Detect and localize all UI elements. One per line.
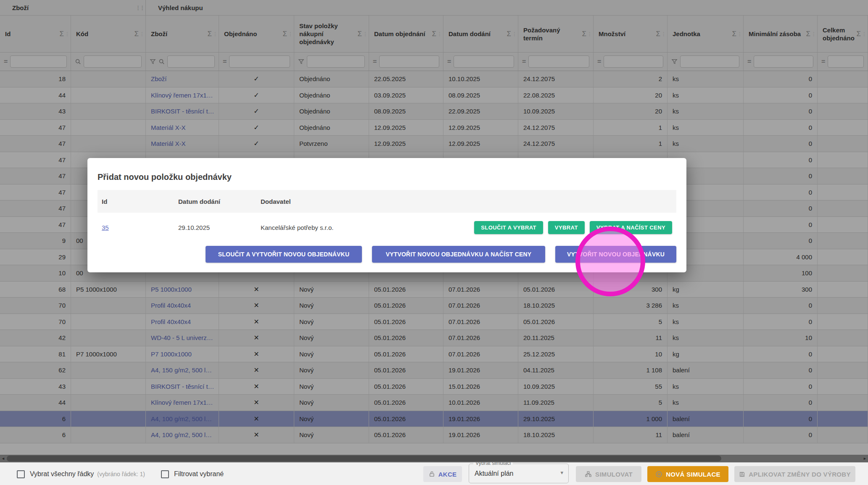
equals-filter-icon[interactable]: = xyxy=(821,58,825,66)
drag-handle-icon[interactable]: ⋮ xyxy=(65,31,70,37)
filter-objednano-input[interactable] xyxy=(229,55,290,68)
drag-handle-icon[interactable]: ⋮ xyxy=(862,31,867,37)
item-link[interactable]: A4, 100 g/m2, 500 l… xyxy=(151,415,212,422)
scroll-left-icon[interactable]: ◄ xyxy=(1,456,5,461)
dialog-order-row[interactable]: 35 29.10.2025 Kancelářské potřeby s.r.o.… xyxy=(98,213,676,242)
filter-stav-input[interactable] xyxy=(307,55,365,68)
aplikovat-zmeny-button[interactable]: APLIKOVAT ZMĚNY DO VÝROBY xyxy=(734,466,855,482)
table-row[interactable]: 43BIRKOSIT - těsnící t…✓Objednáno08.09.2… xyxy=(0,103,868,120)
sloucit-a-vybrat-button[interactable]: SLOUČIT A VYBRAT xyxy=(474,221,543,234)
table-row[interactable]: 6A4, 100 g/m2, 500 l…✕Nový05.01.202619.0… xyxy=(0,411,868,427)
item-link[interactable]: P7 1000x1000 xyxy=(151,351,192,358)
filter-selected-checkbox[interactable] xyxy=(161,470,169,478)
table-row[interactable]: 42WD-40 - 5 L univerz…✕Nový05.01.202607.… xyxy=(0,330,868,346)
item-link[interactable]: Zboží xyxy=(151,75,167,82)
drag-handle-icon[interactable]: ⋮ xyxy=(288,31,293,37)
filter-celkem-input[interactable] xyxy=(828,55,864,68)
item-link[interactable]: Materiál X-X xyxy=(151,140,186,147)
filter-id-input[interactable] xyxy=(10,55,67,68)
funnel-icon[interactable] xyxy=(150,58,156,65)
item-link[interactable]: A4, 150 g/m2, 500 l… xyxy=(151,366,212,374)
drag-handle-icon[interactable]: ⋮ xyxy=(512,31,517,37)
column-header-datum_dodani[interactable]: Datum dodáníΣ⋮ xyxy=(443,16,518,52)
drag-handle-icon[interactable]: ⋮⋮ xyxy=(135,5,144,11)
table-row[interactable]: 44Klínový řemen 17x1…✕Nový05.01.202610.0… xyxy=(0,395,868,411)
table-row[interactable]: 62A4, 150 g/m2, 500 l…✕Nový05.01.202619.… xyxy=(0,362,868,379)
column-header-id[interactable]: IdΣ⋮ xyxy=(0,16,71,52)
drag-handle-icon[interactable]: ⋮ xyxy=(587,31,592,37)
simulovat-button[interactable]: SIMULOVAT xyxy=(576,466,641,482)
column-header-min_zasoba[interactable]: Minimální zásobaΣ⋮ xyxy=(744,16,818,52)
equals-filter-icon[interactable]: = xyxy=(4,58,8,66)
item-link[interactable]: Klínový řemen 17x1… xyxy=(151,92,213,99)
table-row[interactable]: 44Klínový řemen 17x1…✓Objednáno03.09.202… xyxy=(0,87,868,104)
table-row[interactable]: 47Materiál X-X✓Objednáno12.09.202512.09.… xyxy=(0,120,868,136)
column-header-jednotka[interactable]: JednotkaΣ⋮ xyxy=(667,16,744,52)
vybrat-button[interactable]: VYBRAT xyxy=(548,221,585,234)
select-all-rows-checkbox[interactable] xyxy=(17,470,25,478)
drag-handle-icon[interactable]: ⋮ xyxy=(661,31,666,37)
funnel-icon[interactable] xyxy=(298,58,304,65)
chevron-down-icon[interactable]: ▾ xyxy=(560,469,563,476)
search-icon[interactable] xyxy=(75,58,81,65)
akce-button[interactable]: AKCE xyxy=(423,466,462,482)
item-link[interactable]: WD-40 - 5 L univerz… xyxy=(151,334,213,341)
table-row[interactable]: 47Materiál X-X✓Potvrzeno12.09.202512.09.… xyxy=(0,136,868,152)
filter-min_zasoba-input[interactable] xyxy=(754,55,813,68)
vytvorit-novou-objednavku-a-nacist-ceny-button[interactable]: VYTVOŘIT NOVOU OBJEDNÁVKU A NAČÍST CENY xyxy=(372,246,545,263)
column-header-celkem[interactable]: Celkem objednánoΣ⋮ xyxy=(818,16,868,52)
column-group-vyhled-nakupu[interactable]: Výhled nákupu xyxy=(146,0,868,15)
drag-handle-icon[interactable]: ⋮ xyxy=(737,31,742,37)
item-link[interactable]: Profil 40x40x4 xyxy=(151,302,191,309)
item-link[interactable]: A4, 100 g/m2, 500 l… xyxy=(151,431,212,438)
equals-filter-icon[interactable]: = xyxy=(597,58,601,66)
table-row[interactable]: 18Zboží✓Objednáno22.05.202510.10.202524.… xyxy=(0,71,868,87)
equals-filter-icon[interactable]: = xyxy=(522,58,526,66)
scrollbar-thumb[interactable] xyxy=(7,456,721,461)
column-header-mnozstvi[interactable]: MnožstvíΣ⋮ xyxy=(594,16,667,52)
drag-handle-icon[interactable]: ⋮ xyxy=(437,31,442,37)
column-group-zbozi[interactable]: Zboží⋮⋮ xyxy=(0,0,146,15)
equals-filter-icon[interactable]: = xyxy=(747,58,751,66)
nova-simulace-button[interactable]: NOVÁ SIMULACE xyxy=(647,466,728,482)
equals-filter-icon[interactable]: = xyxy=(223,58,227,66)
vytvorit-novou-objednavku-button[interactable]: VYTVOŘIT NOVOU OBJEDNÁVKU xyxy=(555,246,676,263)
order-id-link[interactable]: 35 xyxy=(102,224,178,231)
column-header-zbozi[interactable]: ZbožíΣ⋮ xyxy=(146,16,219,52)
funnel-icon[interactable] xyxy=(671,58,678,65)
equals-filter-icon[interactable]: = xyxy=(447,58,451,66)
column-header-pozadovany_termin[interactable]: Požadovaný termínΣ⋮ xyxy=(518,16,594,52)
simulation-select[interactable]: Aktuální plán xyxy=(475,464,514,483)
column-header-kod[interactable]: KódΣ⋮ xyxy=(71,16,146,52)
item-link[interactable]: Profil 40x40x4 xyxy=(151,318,191,325)
item-link[interactable]: Klínový řemen 17x1… xyxy=(151,399,213,406)
search-icon[interactable] xyxy=(158,58,165,65)
filter-mnozstvi-input[interactable] xyxy=(604,55,663,68)
horizontal-scrollbar[interactable]: ◄ ► xyxy=(0,455,868,462)
sloucit-a-vytvorit-novou-objednavku-button[interactable]: SLOUČIT A VYTVOŘIT NOVOU OBJEDNÁVKU xyxy=(206,246,362,263)
filter-zbozi-input[interactable] xyxy=(167,55,215,68)
drag-handle-icon[interactable]: ⋮ xyxy=(363,31,368,37)
equals-filter-icon[interactable]: = xyxy=(373,58,377,66)
filter-kod-input[interactable] xyxy=(84,55,142,68)
filter-datum_dodani-input[interactable] xyxy=(454,55,514,68)
table-row[interactable]: 68P5 1000x1000P5 1000x1000✕Nový05.01.202… xyxy=(0,282,868,298)
scroll-right-icon[interactable]: ► xyxy=(863,456,867,461)
column-header-stav[interactable]: Stav položky nákupní objednávkyΣ⋮ xyxy=(294,16,369,52)
drag-handle-icon[interactable]: ⋮ xyxy=(811,31,816,37)
table-row[interactable]: 70Profil 40x40x4✕Nový05.01.202607.01.202… xyxy=(0,298,868,314)
filter-pozadovany_termin-input[interactable] xyxy=(528,55,589,68)
table-row[interactable]: 43BIRKOSIT - těsnící t…✕Nový05.01.202615… xyxy=(0,379,868,395)
filter-jednotka-input[interactable] xyxy=(680,55,739,68)
filter-datum_objednani-input[interactable] xyxy=(379,55,439,68)
table-row[interactable]: 70Profil 40x40x4✕Nový05.01.202607.01.202… xyxy=(0,314,868,330)
item-link[interactable]: BIRKOSIT - těsnící t… xyxy=(151,383,214,390)
table-row[interactable]: 6A4, 100 g/m2, 500 l…✕Nový05.01.202619.0… xyxy=(0,427,868,443)
drag-handle-icon[interactable]: ⋮ xyxy=(213,31,218,37)
item-link[interactable]: Materiál X-X xyxy=(151,124,186,131)
item-link[interactable]: P5 1000x1000 xyxy=(151,286,192,293)
drag-handle-icon[interactable]: ⋮ xyxy=(140,31,145,37)
column-header-objednano[interactable]: ObjednánoΣ⋮ xyxy=(219,16,294,52)
item-link[interactable]: BIRKOSIT - těsnící t… xyxy=(151,108,214,115)
column-header-datum_objednani[interactable]: Datum objednáníΣ⋮ xyxy=(369,16,443,52)
